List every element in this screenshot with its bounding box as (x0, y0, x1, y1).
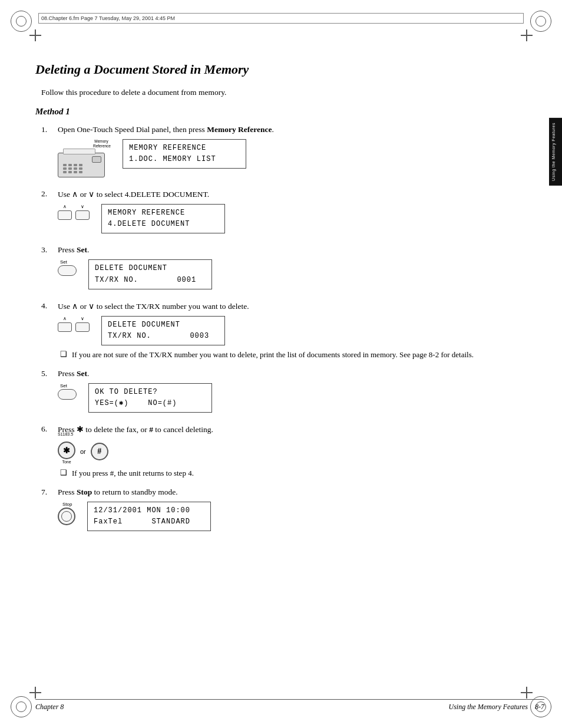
sidebar-tab: Using the Memory Features (549, 118, 562, 186)
down-arrow-btn-4: ∨ (75, 316, 90, 332)
step-3-content: Press Set. Set DELETE DOCUMENTTX/RX NO. … (58, 245, 544, 292)
arrow-buttons-4: ∧ ∨ (58, 316, 90, 332)
footer-chapter: Chapter 8 (35, 703, 64, 711)
file-info: 08.Chapter 6.fm Page 7 Tuesday, May 29, … (41, 15, 175, 21)
step-1-display: MEMORY REFERENCE1.DOC. MEMORY LIST (123, 139, 246, 169)
up-arrow-btn: ∧ (58, 204, 72, 220)
fax-keys (63, 164, 83, 173)
step-7-content: Press Stop to return to standby mode. St… (58, 487, 544, 535)
step-5-display: OK TO DELETE?YES=(✱) NO=(#) (88, 383, 212, 413)
step-4-row: ∧ ∨ DELETE DOCUMENTTX/RX NO. 0003 (58, 316, 544, 345)
step-4-subnote: ❑ If you are not sure of the TX/RX numbe… (58, 349, 544, 361)
step-2-text: Use ∧ or ∨ to select 4.DELETE DOCUMENT. (58, 189, 544, 199)
fax-machine-icon: MemoryReference (58, 139, 111, 177)
step-3: 3. Press Set. Set DELETE DOCUMENTTX/RX N… (41, 245, 544, 292)
step-7-row: Stop 12/31/2001 MON 10:00FaxTel STANDARD (58, 502, 544, 531)
checkbox-icon-6: ❑ (60, 468, 67, 479)
footer-section-page: Using the Memory Features 8-7 (448, 703, 544, 711)
set-button-3: Set (58, 259, 77, 276)
page-footer: Chapter 8 Using the Memory Features 8-7 (35, 699, 544, 711)
corner-decoration-bl (11, 696, 32, 717)
step-6-content: Press ✱ to delete the fax, or # to cance… (58, 424, 544, 479)
step-5: 5. Press Set. Set OK TO DELETE?YES=(✱) N… (41, 369, 544, 416)
step-6-subnote: ❑ If you press #, the unit returns to st… (58, 467, 544, 479)
steps-list: 1. Open One-Touch Speed Dial panel, then… (41, 125, 544, 535)
step-1-num: 1. (41, 125, 58, 181)
tone-label: Tone (62, 460, 71, 464)
step-4-num: 4. (41, 301, 58, 361)
step-2: 2. Use ∧ or ∨ to select 4.DELETE DOCUMEN… (41, 189, 544, 237)
memory-ref-label: MemoryReference (93, 139, 110, 149)
step-3-row: Set DELETE DOCUMENTTX/RX NO. 0001 (58, 259, 544, 289)
star-button-wrap: S1183.5 ✱ Tone (58, 439, 75, 464)
step-3-display: DELETE DOCUMENTTX/RX NO. 0001 (88, 259, 212, 289)
step-7-display: 12/31/2001 MON 10:00FaxTel STANDARD (87, 502, 211, 531)
stop-btn-circle (58, 508, 75, 525)
step-4-text: Use ∧ or ∨ to select the TX/RX number yo… (58, 301, 544, 311)
step-2-num: 2. (41, 189, 58, 237)
fax-body (58, 153, 105, 177)
step-5-content: Press Set. Set OK TO DELETE?YES=(✱) NO=(… (58, 369, 544, 416)
arrow-buttons-2: ∧ ∨ (58, 204, 90, 220)
step-1-content: Open One-Touch Speed Dial panel, then pr… (58, 125, 544, 181)
down-arrow-btn: ∨ (75, 204, 90, 220)
method-title: Method 1 (35, 107, 544, 117)
memory-ref-button (92, 156, 101, 163)
step-2-content: Use ∧ or ∨ to select 4.DELETE DOCUMENT. … (58, 189, 544, 237)
step-2-row: ∧ ∨ MEMORY REFERENCE4.DELETE DOCUMENT (58, 204, 544, 233)
step-7-num: 7. (41, 487, 58, 535)
up-arrow-btn-4: ∧ (58, 316, 72, 332)
step-6-num: 6. (41, 424, 58, 479)
fax-paper (63, 149, 95, 154)
hash-btn-circle: # (91, 443, 108, 460)
corner-decoration-tl (11, 11, 32, 32)
step-4-display: DELETE DOCUMENTTX/RX NO. 0003 (101, 316, 225, 345)
step-5-num: 5. (41, 369, 58, 416)
step-6-row: S1183.5 ✱ Tone or # (58, 439, 544, 464)
step-6: 6. Press ✱ to delete the fax, or # to ca… (41, 424, 544, 479)
step-1-text: Open One-Touch Speed Dial panel, then pr… (58, 125, 544, 134)
step-2-display: MEMORY REFERENCE4.DELETE DOCUMENT (101, 204, 225, 233)
corner-decoration-tr (530, 11, 551, 32)
step-4-content: Use ∧ or ∨ to select the TX/RX number yo… (58, 301, 544, 361)
set-button-5: Set (58, 383, 77, 400)
intro-text: Follow this procedure to delete a docume… (41, 88, 544, 97)
checkbox-icon-4: ❑ (60, 350, 67, 361)
stop-btn-inner (61, 511, 72, 522)
s1183-label: S1183.5 (58, 432, 73, 436)
or-text: or (80, 448, 86, 455)
step-5-text: Press Set. (58, 369, 544, 378)
step-3-text: Press Set. (58, 245, 544, 255)
set-btn-shape-5 (58, 389, 77, 400)
page-title: Deleting a Document Stored in Memory (35, 62, 544, 77)
main-content: Deleting a Document Stored in Memory Fol… (35, 32, 544, 696)
step-6-subnote-text: If you press #, the unit returns to step… (72, 467, 194, 479)
step-4-subnote-text: If you are not sure of the TX/RX number … (72, 349, 474, 361)
set-btn-shape-3 (58, 265, 77, 276)
step-1: 1. Open One-Touch Speed Dial panel, then… (41, 125, 544, 181)
star-hash-group: S1183.5 ✱ Tone or # (58, 439, 108, 464)
step-5-row: Set OK TO DELETE?YES=(✱) NO=(#) (58, 383, 544, 413)
set-label-5: Set (60, 383, 67, 388)
step-1-row: MemoryReference (58, 139, 544, 177)
step-3-num: 3. (41, 245, 58, 292)
stop-label: Stop (62, 502, 72, 507)
stop-button-wrap: Stop (58, 502, 75, 525)
step-4: 4. Use ∧ or ∨ to select the TX/RX number… (41, 301, 544, 361)
set-label-3: Set (60, 259, 67, 265)
step-7-text: Press Stop to return to standby mode. (58, 487, 544, 497)
step-6-text: Press ✱ to delete the fax, or # to cance… (58, 424, 544, 434)
step-7: 7. Press Stop to return to standby mode.… (41, 487, 544, 535)
star-btn-circle: ✱ (58, 442, 75, 459)
